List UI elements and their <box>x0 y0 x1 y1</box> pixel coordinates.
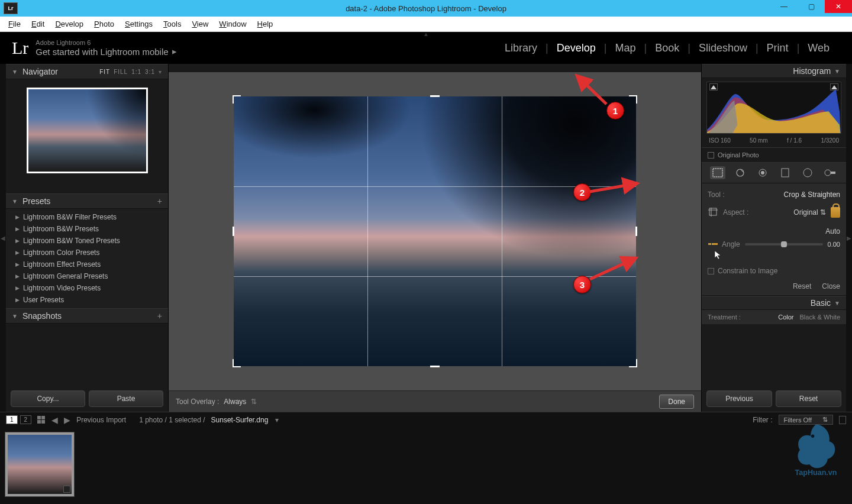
zoom-fill[interactable]: FILL <box>114 69 128 75</box>
zoom-3to1[interactable]: 3:1 <box>145 69 155 75</box>
left-collapse-handle[interactable]: ◀ <box>0 64 6 412</box>
menu-help[interactable]: Help <box>253 18 278 30</box>
preset-folder[interactable]: ▶Lightroom B&W Filter Presets <box>6 211 168 223</box>
angle-slider[interactable] <box>745 243 823 245</box>
module-print[interactable]: Print <box>759 42 797 54</box>
treatment-color[interactable]: Color <box>778 314 793 321</box>
angle-value[interactable]: 0.00 <box>828 241 840 248</box>
svg-rect-16 <box>712 243 718 245</box>
paste-button[interactable]: Paste <box>89 390 163 407</box>
menu-view[interactable]: View <box>187 18 213 30</box>
auto-straighten-button[interactable]: Auto <box>825 227 840 235</box>
prev-photo-icon[interactable]: ◀ <box>51 415 58 425</box>
crop-tool-icon[interactable] <box>710 166 725 179</box>
menu-file[interactable]: File <box>4 18 25 30</box>
done-button[interactable]: Done <box>659 395 694 409</box>
crop-handle-edge[interactable] <box>233 227 234 236</box>
svg-point-7 <box>761 171 764 175</box>
next-photo-icon[interactable]: ▶ <box>64 415 70 425</box>
canvas-area[interactable]: 1 2 3 <box>169 72 701 390</box>
slider-thumb[interactable] <box>781 241 787 247</box>
preset-folder[interactable]: ▶Lightroom Effect Presets <box>6 259 168 270</box>
primary-window-button[interactable]: 1 <box>6 415 18 424</box>
crop-close-button[interactable]: Close <box>822 282 840 290</box>
aspect-value-dropdown[interactable]: Original ⇅ <box>793 208 826 217</box>
crop-reset-button[interactable]: Reset <box>793 282 811 290</box>
source-label[interactable]: Previous Import <box>76 416 126 424</box>
previous-button[interactable]: Previous <box>706 390 772 407</box>
annotation-3: 3 <box>573 276 591 293</box>
spot-removal-icon[interactable] <box>732 166 748 179</box>
navigator-header[interactable]: ▼ Navigator FIT FILL 1:1 3:1 ▾ <box>6 64 168 79</box>
grid-view-icon[interactable] <box>37 416 46 424</box>
navigator-zoom-controls: FIT FILL 1:1 3:1 ▾ <box>99 69 162 75</box>
preset-folder[interactable]: ▶User Presets <box>6 294 168 306</box>
module-web[interactable]: Web <box>799 42 838 54</box>
histogram-display[interactable] <box>706 82 841 134</box>
menu-window[interactable]: Window <box>214 18 251 30</box>
crop-handle-corner[interactable] <box>629 359 637 367</box>
collapse-top-icon[interactable]: ▲ <box>423 31 429 37</box>
module-develop[interactable]: Develop <box>548 42 604 54</box>
crop-handle-edge[interactable] <box>430 95 440 97</box>
filmstrip[interactable]: TapHuan.vn <box>0 427 852 504</box>
secondary-window-button[interactable]: 2 <box>20 415 32 424</box>
zoom-fit[interactable]: FIT <box>99 69 110 75</box>
filmstrip-info-bar: 1 2 ◀ ▶ Previous Import 1 photo / 1 sele… <box>0 412 852 427</box>
preset-folder[interactable]: ▶Lightroom General Presets <box>6 270 168 282</box>
module-map[interactable]: Map <box>606 42 644 54</box>
copy-button[interactable]: Copy... <box>11 390 85 407</box>
reset-button[interactable]: Reset <box>776 390 841 407</box>
graduated-filter-icon[interactable] <box>777 166 793 179</box>
histogram-info: ISO 160 50 mm f / 1.6 1/3200 <box>706 136 841 145</box>
aspect-lock-icon[interactable] <box>831 207 840 218</box>
preset-folder[interactable]: ▶Lightroom B&W Toned Presets <box>6 235 168 247</box>
watermark-logo: TapHuan.vn <box>789 419 843 478</box>
identity-line2[interactable]: Get started with Lightroom mobile ▸ <box>36 46 176 57</box>
original-photo-checkbox[interactable] <box>708 152 714 159</box>
close-button[interactable]: ✕ <box>825 0 852 13</box>
module-slideshow[interactable]: Slideshow <box>690 42 756 54</box>
crop-handle-corner[interactable] <box>233 359 241 367</box>
presets-header[interactable]: ▼ Presets + <box>6 193 168 209</box>
constrain-checkbox[interactable] <box>708 268 714 274</box>
dropdown-icon[interactable]: ▾ <box>275 416 279 424</box>
zoom-popup-icon[interactable]: ▾ <box>159 69 162 75</box>
add-snapshot-icon[interactable]: + <box>157 311 162 321</box>
preset-folder[interactable]: ▶Lightroom Color Presets <box>6 247 168 259</box>
right-collapse-handle[interactable]: ▶ <box>846 64 852 412</box>
menu-settings[interactable]: Settings <box>120 18 157 30</box>
minimize-button[interactable]: — <box>770 0 798 13</box>
histogram-body: ISO 160 50 mm f / 1.6 1/3200 <box>702 78 846 147</box>
histogram-header[interactable]: Histogram ▼ <box>702 64 846 78</box>
menu-develop[interactable]: Develop <box>50 18 88 30</box>
menu-edit[interactable]: Edit <box>27 18 49 30</box>
menu-photo[interactable]: Photo <box>89 18 119 30</box>
crop-handle-corner[interactable] <box>233 95 241 104</box>
module-book[interactable]: Book <box>647 42 688 54</box>
preset-folder[interactable]: ▶Lightroom Video Presets <box>6 282 168 294</box>
treatment-bw[interactable]: Black & White <box>800 314 840 321</box>
tool-overlay-selector[interactable]: Tool Overlay : Always ⇅ <box>176 398 257 406</box>
zoom-1to1[interactable]: 1:1 <box>131 69 141 75</box>
navigator-title: Navigator <box>22 67 58 76</box>
crop-handle-edge[interactable] <box>430 366 440 367</box>
original-photo-row[interactable]: Original Photo <box>702 147 846 162</box>
crop-handle-corner[interactable] <box>629 95 637 104</box>
navigator-thumbnail[interactable] <box>27 88 148 173</box>
module-library[interactable]: Library <box>496 42 546 54</box>
crop-handle-edge[interactable] <box>635 227 637 236</box>
maximize-button[interactable]: ▢ <box>798 0 825 13</box>
menu-tools[interactable]: Tools <box>159 18 186 30</box>
add-preset-icon[interactable]: + <box>157 196 162 206</box>
filmstrip-thumbnail[interactable] <box>5 432 75 497</box>
preset-folder[interactable]: ▶Lightroom B&W Presets <box>6 223 168 235</box>
redeye-icon[interactable] <box>755 166 770 179</box>
main-photo[interactable] <box>234 96 636 366</box>
adjustment-brush-icon[interactable] <box>822 166 838 179</box>
snapshots-header[interactable]: ▼ Snapshots + <box>6 308 168 324</box>
radial-filter-icon[interactable] <box>800 166 815 179</box>
crop-overlay[interactable] <box>234 96 636 366</box>
straighten-icon[interactable] <box>708 240 718 248</box>
basic-header[interactable]: Basic ▼ <box>702 296 846 310</box>
